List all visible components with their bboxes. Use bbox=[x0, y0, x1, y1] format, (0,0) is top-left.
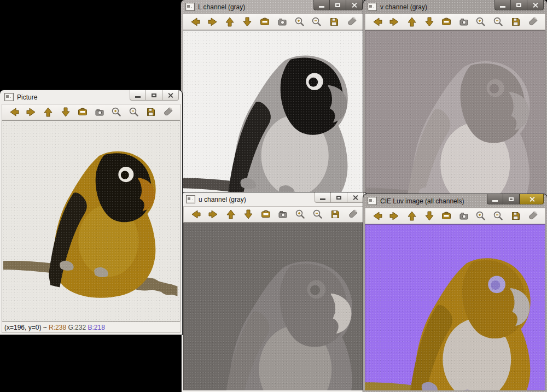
zoom-window-icon[interactable] bbox=[457, 15, 471, 28]
pan-up-icon[interactable] bbox=[405, 209, 419, 223]
pan-right-icon[interactable] bbox=[387, 209, 401, 223]
window-title: Picture bbox=[17, 93, 37, 101]
zoom-window-icon[interactable] bbox=[457, 209, 471, 223]
window-cie-luv: CIE Luv image (all channels) bbox=[363, 194, 547, 392]
pan-up-icon[interactable] bbox=[224, 208, 238, 221]
app-icon bbox=[368, 3, 377, 11]
toolbar bbox=[2, 104, 181, 120]
image-canvas[interactable] bbox=[2, 120, 181, 321]
maximize-button[interactable] bbox=[330, 0, 346, 10]
close-button[interactable] bbox=[347, 192, 364, 203]
zoom-out-icon[interactable] bbox=[311, 208, 325, 221]
pan-down-icon[interactable] bbox=[422, 15, 437, 28]
zoom-window-icon[interactable] bbox=[92, 106, 107, 119]
image-canvas[interactable] bbox=[183, 223, 365, 390]
save-image-icon[interactable] bbox=[509, 15, 523, 28]
pan-right-icon[interactable] bbox=[206, 15, 220, 28]
pan-left-icon[interactable] bbox=[189, 208, 203, 221]
zoom-in-icon[interactable] bbox=[474, 209, 488, 223]
pan-right-icon[interactable] bbox=[24, 106, 38, 119]
caption-buttons bbox=[494, 0, 544, 10]
pan-up-icon[interactable] bbox=[223, 15, 237, 28]
zoom-x1-icon[interactable] bbox=[439, 209, 453, 223]
zoom-x1-icon[interactable] bbox=[258, 15, 272, 28]
minimize-button[interactable] bbox=[130, 90, 146, 101]
image-canvas[interactable] bbox=[365, 30, 545, 199]
properties-icon[interactable] bbox=[345, 15, 359, 28]
titlebar[interactable]: u channel (gray) bbox=[182, 192, 367, 206]
pan-left-icon[interactable] bbox=[370, 209, 385, 223]
minimize-button[interactable] bbox=[313, 0, 330, 10]
titlebar[interactable]: v channel (gray) bbox=[363, 0, 547, 14]
lovebird-image bbox=[183, 234, 365, 390]
status-bar: (x=196, y=0) ~ R:238 G:232 B:218 bbox=[2, 321, 181, 333]
pan-down-icon[interactable] bbox=[59, 106, 73, 119]
desktop: { "desktop": {"background": "#000000"}, … bbox=[0, 0, 547, 392]
properties-icon[interactable] bbox=[526, 15, 540, 28]
pan-down-icon[interactable] bbox=[241, 208, 255, 221]
zoom-out-icon[interactable] bbox=[491, 15, 505, 28]
close-button[interactable] bbox=[527, 0, 544, 10]
zoom-x1-icon[interactable] bbox=[439, 15, 453, 28]
zoom-in-icon[interactable] bbox=[293, 15, 307, 28]
pan-down-icon[interactable] bbox=[422, 209, 437, 223]
window-title: v channel (gray) bbox=[380, 3, 427, 11]
window-title: CIE Luv image (all channels) bbox=[380, 197, 464, 205]
image-canvas[interactable] bbox=[365, 224, 545, 390]
app-icon bbox=[368, 197, 377, 205]
pan-left-icon[interactable] bbox=[188, 15, 202, 28]
caption-buttons bbox=[313, 0, 363, 10]
close-button[interactable] bbox=[520, 194, 544, 204]
caption-buttons bbox=[487, 194, 544, 204]
zoom-out-icon[interactable] bbox=[491, 209, 505, 223]
minimize-button[interactable] bbox=[487, 194, 503, 204]
caption-buttons bbox=[315, 192, 364, 203]
zoom-x1-icon[interactable] bbox=[259, 208, 273, 221]
pixel-blue-value: B:218 bbox=[88, 324, 104, 331]
zoom-window-icon[interactable] bbox=[276, 208, 290, 221]
minimize-button[interactable] bbox=[494, 0, 511, 10]
image-canvas[interactable] bbox=[183, 30, 364, 194]
pixel-green-value: G:232 bbox=[68, 324, 86, 331]
properties-icon[interactable] bbox=[346, 208, 360, 221]
pan-right-icon[interactable] bbox=[387, 15, 401, 28]
save-image-icon[interactable] bbox=[509, 209, 523, 223]
window-l-channel: L channel (gray) bbox=[181, 0, 366, 196]
toolbar bbox=[365, 208, 545, 224]
zoom-in-icon[interactable] bbox=[109, 106, 124, 119]
pan-up-icon[interactable] bbox=[405, 15, 419, 28]
titlebar[interactable]: CIE Luv image (all channels) bbox=[363, 194, 547, 208]
pan-left-icon[interactable] bbox=[7, 106, 21, 119]
pan-down-icon[interactable] bbox=[240, 15, 254, 28]
zoom-in-icon[interactable] bbox=[474, 15, 488, 28]
zoom-window-icon[interactable] bbox=[275, 15, 289, 28]
close-button[interactable] bbox=[162, 90, 179, 101]
zoom-out-icon[interactable] bbox=[127, 106, 141, 119]
toolbar bbox=[183, 14, 364, 30]
save-image-icon[interactable] bbox=[328, 208, 342, 221]
pan-left-icon[interactable] bbox=[370, 15, 385, 28]
minimize-button[interactable] bbox=[315, 192, 331, 203]
properties-icon[interactable] bbox=[526, 209, 540, 223]
zoom-x1-icon[interactable] bbox=[75, 106, 90, 119]
pixel-red-value: R:238 bbox=[49, 324, 66, 331]
maximize-button[interactable] bbox=[331, 192, 347, 203]
titlebar[interactable]: L channel (gray) bbox=[181, 0, 366, 14]
lovebird-image bbox=[365, 232, 545, 390]
close-button[interactable] bbox=[346, 0, 363, 10]
titlebar[interactable]: Picture bbox=[0, 90, 182, 104]
app-icon bbox=[186, 195, 195, 203]
pan-up-icon[interactable] bbox=[41, 106, 55, 119]
zoom-in-icon[interactable] bbox=[293, 208, 307, 221]
save-image-icon[interactable] bbox=[327, 15, 341, 28]
maximize-button[interactable] bbox=[146, 90, 162, 101]
toolbar bbox=[183, 206, 365, 223]
pan-right-icon[interactable] bbox=[206, 208, 220, 221]
maximize-button[interactable] bbox=[503, 194, 520, 204]
properties-icon[interactable] bbox=[161, 106, 175, 119]
window-title: L channel (gray) bbox=[198, 3, 245, 11]
maximize-button[interactable] bbox=[511, 0, 527, 10]
zoom-out-icon[interactable] bbox=[310, 15, 324, 28]
save-image-icon[interactable] bbox=[144, 106, 158, 119]
app-icon bbox=[185, 3, 195, 11]
